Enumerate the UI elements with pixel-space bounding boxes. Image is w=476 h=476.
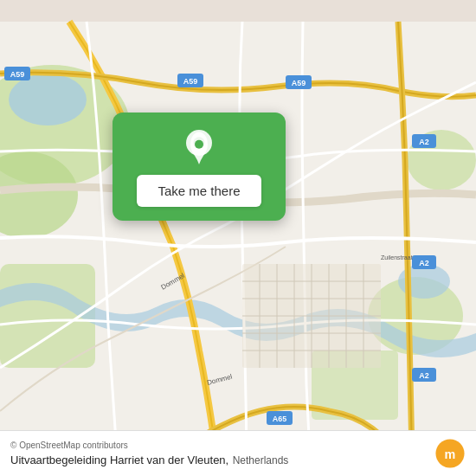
- svg-text:A59: A59: [10, 70, 25, 79]
- moovit-brand-icon: m: [434, 438, 466, 469]
- bottom-bar: © OpenStreetMap contributors Uitvaartbeg…: [0, 430, 476, 476]
- map-background: A59 A59 A2 A2 A2 A65 A59 Dommel Dommel Z…: [0, 0, 476, 476]
- moovit-logo: m: [434, 438, 466, 469]
- copyright-text: © OpenStreetMap contributors: [10, 441, 288, 450]
- location-name: Uitvaartbegeleiding Harriet van der Vleu…: [10, 453, 228, 466]
- bottom-left: © OpenStreetMap contributors Uitvaartbeg…: [10, 441, 288, 467]
- location-info: Uitvaartbegeleiding Harriet van der Vleu…: [10, 452, 288, 467]
- svg-text:A59: A59: [183, 77, 198, 86]
- location-pin-icon: [182, 130, 216, 164]
- take-me-there-button[interactable]: Take me there: [137, 175, 261, 207]
- svg-text:Zuilenstraat: Zuilenstraat: [381, 254, 413, 261]
- svg-point-41: [195, 140, 203, 149]
- svg-text:A2: A2: [419, 259, 429, 267]
- location-country: Netherlands: [233, 454, 289, 466]
- svg-point-7: [9, 74, 87, 125]
- svg-text:A59: A59: [292, 79, 306, 87]
- svg-text:m: m: [445, 447, 456, 461]
- popup-card: Take me there: [113, 113, 286, 221]
- map-container: A59 A59 A2 A2 A2 A65 A59 Dommel Dommel Z…: [0, 0, 476, 476]
- svg-text:A2: A2: [419, 371, 429, 380]
- svg-text:A65: A65: [273, 415, 287, 423]
- svg-text:A2: A2: [419, 138, 429, 146]
